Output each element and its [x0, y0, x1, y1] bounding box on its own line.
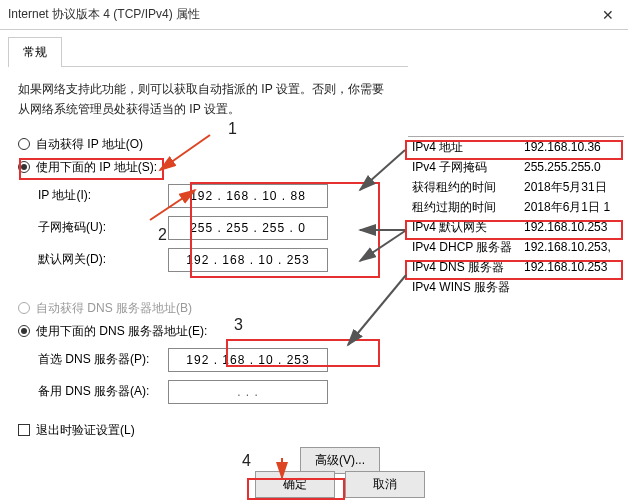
subnet-mask-input[interactable]: 255 . 255 . 255 . 0	[168, 216, 328, 240]
gateway-input[interactable]: 192 . 168 . 10 . 253	[168, 248, 328, 272]
radio-label: 使用下面的 IP 地址(S):	[36, 159, 157, 176]
info-value: 2018年6月1日 1	[524, 199, 624, 216]
window-title: Internet 协议版本 4 (TCP/IPv4) 属性	[8, 6, 620, 23]
cancel-button[interactable]: 取消	[345, 471, 425, 498]
info-label: IPv4 子网掩码	[408, 159, 524, 176]
tab-general[interactable]: 常规	[8, 37, 62, 67]
info-label: IPv4 DNS 服务器	[408, 259, 524, 276]
radio-icon	[18, 138, 30, 150]
title-bar: Internet 协议版本 4 (TCP/IPv4) 属性 ✕	[0, 0, 628, 30]
radio-label: 使用下面的 DNS 服务器地址(E):	[36, 323, 207, 340]
radio-auto-ip[interactable]: 自动获得 IP 地址(O)	[18, 136, 390, 153]
radio-icon	[18, 325, 30, 337]
info-value: 192.168.10.253,	[524, 240, 624, 254]
alt-dns-input[interactable]: . . .	[168, 380, 328, 404]
info-label: IPv4 WINS 服务器	[408, 279, 524, 296]
content-area: 如果网络支持此功能，则可以获取自动指派的 IP 设置。否则，你需要从网络系统管理…	[0, 67, 408, 486]
ip-label: IP 地址(I):	[38, 187, 168, 204]
info-label: IPv4 默认网关	[408, 219, 524, 236]
network-info-panel: IPv4 地址192.168.10.36 IPv4 子网掩码255.255.25…	[408, 136, 624, 297]
radio-icon	[18, 302, 30, 314]
radio-manual-dns[interactable]: 使用下面的 DNS 服务器地址(E):	[18, 323, 390, 340]
ip-address-input[interactable]: 192 . 168 . 10 . 88	[168, 184, 328, 208]
tab-row: 常规	[8, 36, 628, 66]
radio-label: 自动获得 DNS 服务器地址(B)	[36, 300, 192, 317]
alt-dns-label: 备用 DNS 服务器(A):	[38, 383, 168, 400]
close-button[interactable]: ✕	[588, 0, 628, 30]
radio-manual-ip[interactable]: 使用下面的 IP 地址(S):	[18, 159, 390, 176]
info-value: 192.168.10.36	[524, 140, 624, 154]
primary-dns-label: 首选 DNS 服务器(P):	[38, 351, 168, 368]
validate-label: 退出时验证设置(L)	[36, 422, 135, 439]
info-label: 获得租约的时间	[408, 179, 524, 196]
info-value: 192.168.10.253	[524, 260, 624, 274]
info-label: 租约过期的时间	[408, 199, 524, 216]
radio-label: 自动获得 IP 地址(O)	[36, 136, 143, 153]
primary-dns-input[interactable]: 192 . 168 . 10 . 253	[168, 348, 328, 372]
ok-button[interactable]: 确定	[255, 471, 335, 498]
info-value: 192.168.10.253	[524, 220, 624, 234]
gateway-label: 默认网关(D):	[38, 251, 168, 268]
advanced-button[interactable]: 高级(V)...	[300, 447, 380, 474]
mask-label: 子网掩码(U):	[38, 219, 168, 236]
radio-icon	[18, 161, 30, 173]
info-label: IPv4 DHCP 服务器	[408, 239, 524, 256]
info-label: IPv4 地址	[408, 139, 524, 156]
validate-checkbox[interactable]	[18, 424, 30, 436]
radio-auto-dns: 自动获得 DNS 服务器地址(B)	[18, 300, 390, 317]
description-text: 如果网络支持此功能，则可以获取自动指派的 IP 设置。否则，你需要从网络系统管理…	[18, 79, 390, 120]
info-value: 2018年5月31日	[524, 179, 624, 196]
info-value: 255.255.255.0	[524, 160, 624, 174]
